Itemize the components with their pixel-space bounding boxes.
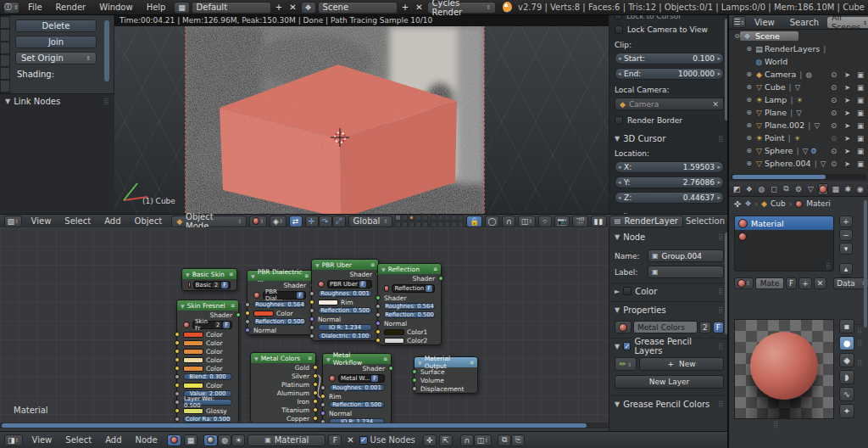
layer-cell[interactable] bbox=[409, 215, 415, 221]
color-swatch[interactable] bbox=[318, 300, 338, 305]
renderability-toggle[interactable]: ▣ bbox=[857, 147, 864, 155]
scene-field[interactable]: Scene bbox=[318, 2, 398, 14]
cursor-x-slider[interactable]: ◂ X: 1.59503 ▸ bbox=[615, 161, 724, 173]
node-color-row[interactable]: Color bbox=[177, 381, 238, 389]
node-group-selector[interactable]: PBR Dial...F bbox=[263, 291, 306, 300]
outliner-item-lamp[interactable]: ⊕☀Lamp|☀⊙➤▣ bbox=[729, 93, 868, 106]
menu-view3d-add[interactable]: Add bbox=[97, 216, 127, 226]
input-socket[interactable] bbox=[175, 391, 180, 396]
layer-cell[interactable] bbox=[451, 215, 457, 221]
outliner-view-menu[interactable]: View bbox=[748, 18, 782, 27]
renderability-toggle[interactable]: ▣ bbox=[857, 121, 864, 130]
layer-cell[interactable] bbox=[402, 221, 408, 227]
node-header-pbr-dialectric[interactable]: ▼PBR Dialectric ...⧈ bbox=[248, 271, 312, 281]
mode-dropdown[interactable]: ◆ Object Mode ⇕ bbox=[171, 216, 247, 227]
input-socket[interactable] bbox=[175, 332, 180, 337]
expand-icon[interactable]: ⊕ bbox=[744, 134, 754, 142]
node-color-row[interactable]: Glossy bbox=[177, 406, 238, 415]
node-slider[interactable]: Roughnes: 0.001 bbox=[318, 290, 372, 297]
node-slider-row[interactable]: Dialectric: 0.100 bbox=[312, 332, 378, 340]
color-panel-header[interactable]: ► Color⣿ bbox=[609, 285, 729, 297]
snap-magnet-icon[interactable]: ∩ bbox=[502, 216, 515, 227]
outliner-item-point[interactable]: ⊕☀Point|☀⊝➤▣ bbox=[729, 132, 868, 144]
node-name-field[interactable]: ▣ Group.004 bbox=[648, 249, 724, 262]
visibility-toggle[interactable]: ⊙ bbox=[831, 121, 837, 130]
input-socket[interactable] bbox=[175, 357, 180, 362]
selectability-toggle[interactable]: ➤ bbox=[844, 109, 850, 117]
node-color-row[interactable]: Color2 bbox=[378, 336, 441, 344]
lock-to-cursor-checkbox[interactable] bbox=[615, 15, 622, 20]
link-nodes-panel-header[interactable]: ▼Link Nodes ⣿ bbox=[0, 94, 114, 108]
parent-node-icon[interactable]: ⇱ bbox=[439, 434, 453, 446]
input-socket[interactable] bbox=[320, 385, 326, 390]
list-resize-grip[interactable]: ⣿ bbox=[826, 262, 831, 270]
node-group-selector[interactable]: Skin Fr2F bbox=[192, 321, 232, 329]
node-color-row[interactable]: Color bbox=[248, 309, 312, 317]
input-socket[interactable] bbox=[376, 321, 381, 326]
object-shader-context-icon[interactable] bbox=[203, 434, 218, 446]
node-color-row[interactable]: Color bbox=[177, 364, 238, 372]
outliner-item-scene[interactable]: ⊖❖Scene bbox=[729, 30, 868, 42]
node-group-fake-user[interactable]: F bbox=[371, 375, 378, 382]
menu-node-node[interactable]: Node bbox=[129, 435, 164, 445]
cursor-y-slider[interactable]: ◂ Y: 2.76086 ▸ bbox=[615, 176, 724, 188]
node-group-fake-user[interactable]: F bbox=[221, 282, 228, 288]
node-reflection[interactable]: ▼Reflection⧈ShaderReflectionFShaderRough… bbox=[377, 263, 442, 345]
gp-new-button[interactable]: + New bbox=[639, 357, 724, 371]
opengl-anim-icon[interactable]: 🎬 bbox=[572, 216, 587, 227]
node-datablock-row[interactable]: PBR UberF bbox=[312, 278, 378, 289]
physics-tab[interactable]: ◉ bbox=[854, 183, 865, 195]
layer-cell[interactable] bbox=[395, 215, 401, 221]
outliner-item-sphere[interactable]: ⊕▽Sphere|▽⚙⊙➤▣ bbox=[729, 144, 868, 157]
selectability-toggle[interactable]: ➤ bbox=[844, 96, 850, 104]
3d-cursor-panel-header[interactable]: ▼3D Cursor⣿ bbox=[609, 132, 729, 144]
manipulator-toggle[interactable]: ⇄ bbox=[289, 216, 303, 227]
orientation-dropdown[interactable]: Global ⇕ bbox=[348, 216, 393, 227]
renderability-toggle[interactable]: ▣ bbox=[857, 160, 864, 168]
node-header-pbr-uber[interactable]: ▼PBR Uber⧈ bbox=[312, 260, 378, 270]
input-socket[interactable] bbox=[175, 349, 180, 354]
output-socket[interactable] bbox=[313, 390, 318, 395]
layers-grid-a[interactable] bbox=[395, 215, 428, 227]
view3d-editor-type-icon[interactable]: ▧⇕ bbox=[4, 216, 22, 227]
gp-colors-panel-header[interactable]: ▼Grease Pencil Colors⣿ bbox=[609, 398, 729, 410]
input-socket[interactable] bbox=[309, 308, 314, 313]
node-material-dropdown[interactable]: ▣ Material bbox=[248, 434, 326, 446]
material-fake-user-button[interactable]: F bbox=[713, 322, 724, 333]
render-border-checkbox[interactable] bbox=[615, 116, 623, 125]
layer-cell[interactable] bbox=[444, 221, 450, 227]
node-slider-row[interactable]: Reflection: 0.500 bbox=[378, 311, 441, 319]
unlink-material-button[interactable]: ✕ bbox=[814, 277, 827, 289]
data-link-dropdown[interactable]: Data⇕ bbox=[833, 277, 868, 289]
input-socket[interactable] bbox=[245, 328, 250, 333]
expand-icon[interactable]: ⊕ bbox=[744, 96, 754, 104]
input-socket[interactable] bbox=[309, 316, 314, 322]
output-socket[interactable] bbox=[313, 365, 318, 370]
node-group-fake-user[interactable]: F bbox=[426, 285, 432, 292]
node-pbr-uber[interactable]: ▼PBR Uber⧈ShaderPBR UberFRoughnes: 0.001… bbox=[311, 259, 379, 341]
preview-hair-button[interactable]: ∿ bbox=[839, 387, 854, 401]
input-socket[interactable] bbox=[309, 333, 314, 339]
preview-resize-grip[interactable]: ⣿ bbox=[773, 421, 778, 428]
node-slider[interactable]: Reflection: 0.500 bbox=[329, 401, 385, 408]
output-socket[interactable] bbox=[313, 416, 318, 421]
snap-magnet-icon[interactable]: ∩ bbox=[460, 434, 474, 446]
node-datablock-row[interactable]: Skin Fr2F bbox=[177, 319, 238, 330]
outliner-item-renderlayers[interactable]: ⊕▤RenderLayers| bbox=[729, 42, 868, 55]
delete-scene-button[interactable]: ✕ bbox=[413, 3, 425, 12]
clip-start-slider[interactable]: ◂ Start: 0.100 ▸ bbox=[615, 53, 724, 64]
layer-cell[interactable] bbox=[431, 215, 437, 221]
menu-top-render[interactable]: Render bbox=[49, 3, 93, 12]
input-socket[interactable] bbox=[376, 295, 381, 300]
node-slider[interactable]: IO R: 1.234 bbox=[318, 324, 372, 331]
set-origin-dropdown[interactable]: Set Origin ⇕ bbox=[15, 52, 97, 64]
preview-particles-button[interactable]: ✦ bbox=[839, 404, 854, 418]
output-socket[interactable] bbox=[438, 276, 443, 281]
renderability-toggle[interactable]: ▣ bbox=[857, 134, 864, 143]
collapse-icon[interactable]: ▼ bbox=[251, 273, 255, 279]
input-socket[interactable] bbox=[175, 366, 180, 371]
info-editor-icon[interactable]: ⓘ⇕ bbox=[3, 2, 19, 14]
input-socket[interactable] bbox=[320, 411, 326, 416]
add-scene-button[interactable]: + bbox=[399, 3, 411, 12]
node-skin-fresnel[interactable]: ▼Skin Fresnel⧈ShaderSkin Fr2FColorColorC… bbox=[176, 300, 239, 424]
